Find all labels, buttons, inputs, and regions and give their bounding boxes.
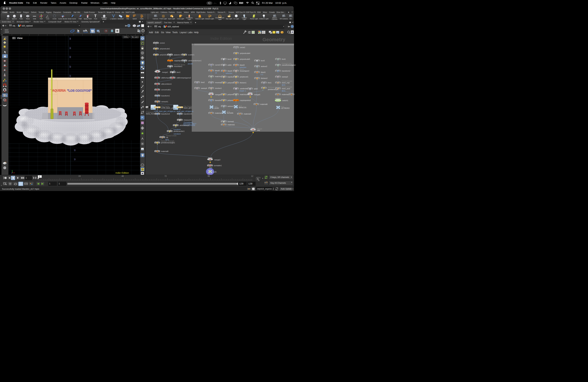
svg-text:"LOS COCUYOS": "LOS COCUYOS" bbox=[67, 89, 92, 92]
svg-text:12: 12 bbox=[142, 95, 144, 97]
svg-text:24: 24 bbox=[78, 175, 81, 177]
svg-text:48: 48 bbox=[122, 175, 124, 177]
svg-text:96: 96 bbox=[208, 175, 210, 177]
svg-text:72: 72 bbox=[165, 175, 167, 177]
svg-text:i: i bbox=[142, 164, 143, 167]
svg-text:12: 12 bbox=[142, 106, 144, 108]
svg-text:12: 12 bbox=[251, 175, 253, 177]
svg-text:TAQUERIA: TAQUERIA bbox=[51, 89, 66, 92]
